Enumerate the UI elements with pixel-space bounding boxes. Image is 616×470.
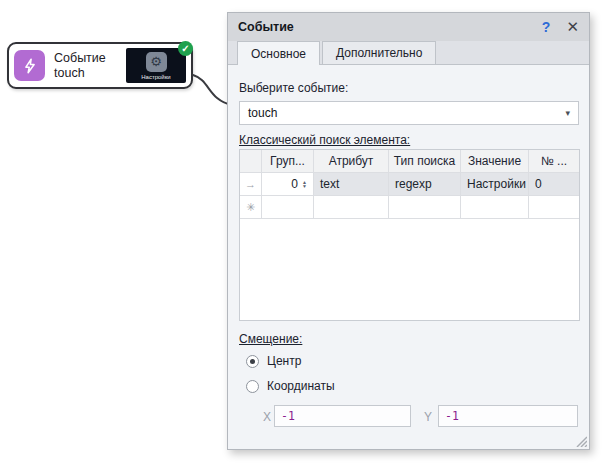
header-attribute[interactable]: Атрибут <box>314 150 389 173</box>
event-select-value: touch <box>248 106 565 120</box>
empty-cell[interactable] <box>262 196 314 219</box>
group-stepper[interactable]: 0 ▲▼ <box>262 173 314 196</box>
radio-center-label: Центр <box>267 354 301 368</box>
new-row-star-icon: ✳ <box>240 196 262 219</box>
empty-cell[interactable] <box>461 196 529 219</box>
offset-caption[interactable]: Смещение: <box>239 332 302 346</box>
empty-cell[interactable] <box>389 196 461 219</box>
radio-coordinates-label: Координаты <box>267 379 335 393</box>
header-group[interactable]: Груп... <box>262 150 314 173</box>
y-input[interactable]: -1 <box>438 405 578 427</box>
tab-strip: Основное Дополнительно <box>228 41 589 65</box>
lightning-icon <box>14 50 45 81</box>
event-dialog: Событие ? ✕ Основное Дополнительно Выбер… <box>227 12 590 450</box>
tab-main[interactable]: Основное <box>237 41 320 65</box>
node-title: Событие touch <box>45 51 126 81</box>
chevron-down-icon: ▾ <box>565 108 570 118</box>
header-indicator <box>240 150 262 173</box>
cell-value[interactable]: Настройки <box>461 173 529 196</box>
y-label: Y <box>424 410 432 424</box>
tab-additional[interactable]: Дополнительно <box>322 41 436 64</box>
stepper-arrows-icon[interactable]: ▲▼ <box>302 180 307 188</box>
event-node[interactable]: Событие touch ⚙ Настройки ✓ <box>7 42 193 89</box>
table-row[interactable]: → 0 ▲▼ text regexp Настройки 0 <box>240 173 579 196</box>
dialog-titlebar[interactable]: Событие ? ✕ <box>228 13 589 41</box>
radio-center[interactable]: Центр <box>246 354 301 368</box>
event-select-dropdown[interactable]: touch ▾ <box>239 101 579 125</box>
table-new-row[interactable]: ✳ <box>240 196 579 219</box>
thumbnail-caption: Настройки <box>141 74 170 80</box>
cell-search-type[interactable]: regexp <box>389 173 461 196</box>
radio-unselected-icon <box>246 380 259 393</box>
empty-cell[interactable] <box>314 196 389 219</box>
cell-attribute[interactable]: text <box>314 173 389 196</box>
empty-cell[interactable] <box>529 196 579 219</box>
cell-number[interactable]: 0 <box>529 173 579 196</box>
resize-grip[interactable] <box>575 435 587 447</box>
header-number[interactable]: № ... <box>529 150 579 173</box>
search-table: Груп... Атрибут Тип поиска Значение № ..… <box>239 149 580 321</box>
gear-icon: ⚙ <box>146 52 167 72</box>
header-search-type[interactable]: Тип поиска <box>389 150 461 173</box>
classic-search-caption[interactable]: Классический поиск элемента: <box>239 133 410 147</box>
node-thumbnail[interactable]: ⚙ Настройки ✓ <box>126 48 186 83</box>
canvas: Событие touch ⚙ Настройки ✓ Событие ? ✕ … <box>0 0 616 470</box>
help-button[interactable]: ? <box>542 19 551 35</box>
event-select-label: Выберите событие: <box>239 81 348 95</box>
check-icon: ✓ <box>178 41 193 56</box>
x-input[interactable]: -1 <box>274 405 411 427</box>
header-value[interactable]: Значение <box>461 150 529 173</box>
radio-selected-icon <box>246 355 259 368</box>
close-button[interactable]: ✕ <box>566 18 579 36</box>
dialog-title: Событие <box>238 20 542 34</box>
group-value: 0 <box>291 177 298 191</box>
radio-coordinates[interactable]: Координаты <box>246 379 335 393</box>
x-label: X <box>263 410 271 424</box>
current-row-arrow-icon: → <box>240 173 262 196</box>
table-header-row: Груп... Атрибут Тип поиска Значение № ..… <box>240 150 579 173</box>
